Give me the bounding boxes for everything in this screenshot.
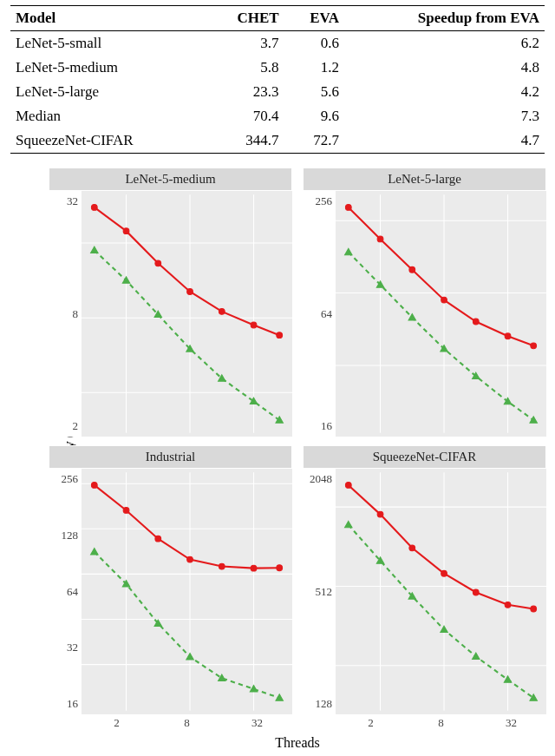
table-row: LeNet-5-small3.70.66.2 xyxy=(10,31,545,56)
cell-speedup: 4.8 xyxy=(344,56,545,80)
svg-point-74 xyxy=(531,606,537,612)
y-tick: 16 xyxy=(67,697,78,711)
cell-model: LeNet-5-medium xyxy=(10,56,205,80)
y-tick: 64 xyxy=(321,307,332,321)
y-tick: 128 xyxy=(316,697,333,711)
chart-panel: SqueezeNet-CIFAR2048512128 xyxy=(303,445,546,714)
svg-point-48 xyxy=(91,483,97,489)
y-tick: 512 xyxy=(316,585,333,599)
panel-title: SqueezeNet-CIFAR xyxy=(303,445,546,469)
chart-panel: Industrial256128643216 xyxy=(49,445,292,714)
y-axis-ticks: 256128643216 xyxy=(49,469,82,714)
svg-marker-35 xyxy=(408,314,415,320)
svg-point-52 xyxy=(219,563,225,569)
table-row: SqueezeNet-CIFAR344.772.74.7 xyxy=(10,128,545,154)
chart-panel: LeNet-5-medium3282 xyxy=(49,168,292,437)
svg-point-68 xyxy=(345,483,351,489)
x-tick: 2 xyxy=(82,716,152,733)
cell-speedup: 6.2 xyxy=(344,31,545,56)
cell-chet: 3.7 xyxy=(205,31,284,56)
cell-speedup: 4.2 xyxy=(344,80,545,104)
svg-point-29 xyxy=(441,297,447,303)
svg-point-50 xyxy=(155,536,161,542)
panel-title: LeNet-5-large xyxy=(303,168,546,191)
panel-title: Industrial xyxy=(49,445,292,469)
col-eva: EVA xyxy=(284,6,344,31)
svg-marker-79 xyxy=(473,653,480,659)
col-model: Model xyxy=(10,6,205,31)
cell-chet: 23.3 xyxy=(205,80,284,104)
svg-point-53 xyxy=(251,565,257,571)
y-tick: 2 xyxy=(73,419,79,433)
cell-eva: 9.6 xyxy=(284,104,344,128)
x-tick: 2 xyxy=(336,716,406,733)
cell-eva: 1.2 xyxy=(284,56,344,80)
svg-marker-14 xyxy=(122,277,129,283)
svg-point-11 xyxy=(251,322,257,328)
y-tick: 64 xyxy=(67,585,78,599)
y-tick: 128 xyxy=(62,529,79,542)
y-axis-ticks: 3282 xyxy=(49,191,82,437)
plot-area xyxy=(82,191,292,437)
cell-chet: 344.7 xyxy=(205,128,284,154)
cell-speedup: 4.7 xyxy=(344,128,545,154)
svg-point-27 xyxy=(377,236,383,242)
svg-point-69 xyxy=(377,511,383,517)
y-tick: 256 xyxy=(316,194,333,208)
results-table: Model CHET EVA Speedup from EVA LeNet-5-… xyxy=(0,0,555,161)
svg-point-26 xyxy=(345,205,351,211)
y-tick: 32 xyxy=(67,641,78,654)
y-axis-ticks: 2566416 xyxy=(303,191,336,437)
x-tick: 32 xyxy=(222,716,292,733)
plot-area xyxy=(336,469,546,714)
svg-point-71 xyxy=(441,570,447,576)
cell-eva: 5.6 xyxy=(284,80,344,104)
x-tick: 32 xyxy=(476,716,546,733)
x-tick: 8 xyxy=(406,716,476,733)
x-tick: 8 xyxy=(152,716,222,733)
cell-model: SqueezeNet-CIFAR xyxy=(10,128,205,154)
cell-chet: 5.8 xyxy=(205,56,284,80)
table-row: LeNet-5-large23.35.64.2 xyxy=(10,80,545,104)
svg-point-8 xyxy=(155,260,161,266)
x-axis-label: Threads xyxy=(49,735,546,751)
cell-eva: 0.6 xyxy=(284,31,344,56)
svg-marker-78 xyxy=(441,626,447,632)
cell-speedup: 7.3 xyxy=(344,104,545,128)
svg-marker-13 xyxy=(91,247,98,253)
svg-point-72 xyxy=(473,589,479,595)
svg-point-10 xyxy=(219,308,225,314)
cell-eva: 72.7 xyxy=(284,128,344,154)
svg-point-9 xyxy=(187,289,193,295)
svg-point-51 xyxy=(187,556,193,562)
y-tick: 256 xyxy=(62,472,79,486)
table-row: LeNet-5-medium5.81.24.8 xyxy=(10,56,545,80)
svg-point-30 xyxy=(473,319,479,325)
svg-point-12 xyxy=(277,332,283,339)
svg-point-73 xyxy=(505,602,511,608)
svg-marker-33 xyxy=(345,248,352,254)
svg-marker-39 xyxy=(530,417,537,423)
panel-title: LeNet-5-medium xyxy=(49,168,292,191)
cell-model: Median xyxy=(10,104,205,128)
plot-area xyxy=(82,469,292,714)
svg-point-6 xyxy=(91,205,97,211)
svg-point-28 xyxy=(409,266,415,273)
svg-point-49 xyxy=(123,508,129,514)
cell-model: LeNet-5-small xyxy=(10,31,205,56)
charts-area: Average Latency (sec) LeNet-5-medium3282… xyxy=(0,161,555,756)
svg-point-7 xyxy=(123,228,129,234)
svg-marker-60 xyxy=(250,686,257,692)
x-axis-ticks: 2832 2832 xyxy=(49,716,546,733)
cell-model: LeNet-5-large xyxy=(10,80,205,104)
svg-marker-61 xyxy=(276,694,283,700)
svg-marker-58 xyxy=(186,654,193,660)
svg-marker-80 xyxy=(504,676,511,682)
svg-marker-75 xyxy=(345,521,352,527)
svg-point-31 xyxy=(505,333,511,339)
y-tick: 16 xyxy=(321,419,332,433)
svg-point-32 xyxy=(531,343,537,349)
y-tick: 32 xyxy=(67,194,78,208)
svg-point-54 xyxy=(277,565,283,571)
svg-point-70 xyxy=(409,545,415,551)
